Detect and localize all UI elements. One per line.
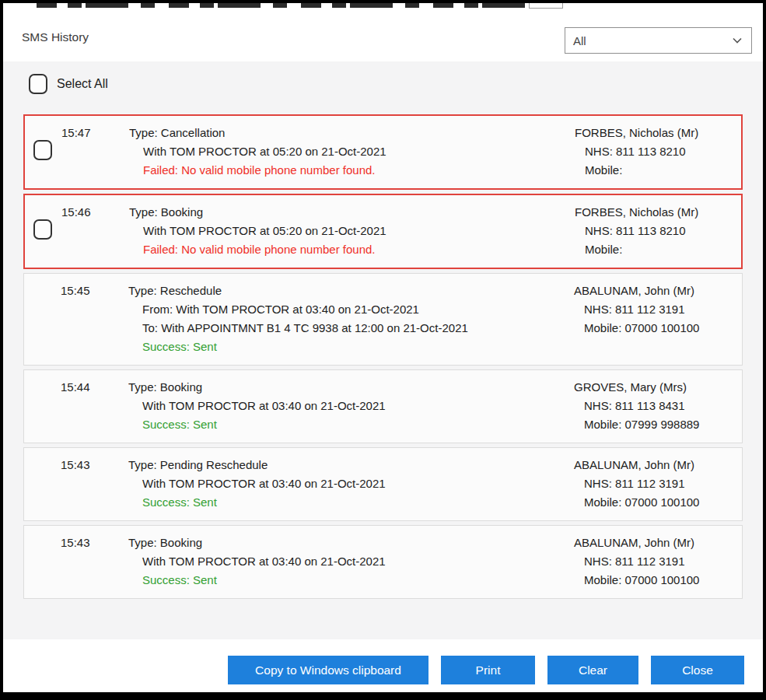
record-time: 15:46 xyxy=(61,203,129,259)
record-status-line: Success: Sent xyxy=(128,338,742,356)
sms-record-row: 15:43 Type: Pending RescheduleWith TOM P… xyxy=(23,447,743,521)
record-patient-details: ABALUNAM, John (Mr) NHS: 811 112 3191 Mo… xyxy=(574,282,699,338)
filter-dropdown[interactable]: All xyxy=(565,27,752,54)
sms-record-row: 15:43 Type: BookingWith TOM PROCTOR at 0… xyxy=(23,525,743,599)
patient-nhs-number: NHS: 811 113 8431 xyxy=(574,397,699,415)
record-time: 15:43 xyxy=(61,534,128,590)
record-patient-details: ABALUNAM, John (Mr) NHS: 811 112 3191 Mo… xyxy=(574,534,699,590)
patient-nhs-number: NHS: 811 112 3191 xyxy=(574,474,699,493)
patient-name: FORBES, Nicholas (Mr) xyxy=(575,203,698,222)
select-all-checkbox[interactable] xyxy=(29,74,47,94)
close-button[interactable]: Close xyxy=(651,656,744,684)
cut-off-box-fragment xyxy=(529,3,563,9)
patient-mobile-number: Mobile: xyxy=(575,240,698,259)
record-checkbox[interactable] xyxy=(33,219,52,240)
record-checkbox-slot xyxy=(33,140,52,160)
chevron-down-icon xyxy=(731,34,743,47)
patient-mobile-number: Mobile: xyxy=(575,161,698,180)
record-checkbox[interactable] xyxy=(33,140,52,160)
record-time: 15:45 xyxy=(61,282,128,356)
page-title: SMS History xyxy=(22,30,89,44)
patient-nhs-number: NHS: 811 112 3191 xyxy=(574,300,699,319)
patient-nhs-number: NHS: 811 113 8210 xyxy=(575,222,698,240)
patient-mobile-number: Mobile: 07000 100100 xyxy=(574,493,699,512)
sms-record-row: 15:45 Type: RescheduleFrom: With TOM PRO… xyxy=(23,273,743,366)
dialog-header: SMS History All xyxy=(3,10,763,61)
sms-record-row: 15:44 Type: BookingWith TOM PROCTOR at 0… xyxy=(23,369,743,443)
dialog-footer: Copy to Windows clipboard Print Clear Cl… xyxy=(3,639,763,692)
patient-name: ABALUNAM, John (Mr) xyxy=(574,534,699,552)
sms-record-row: 15:47 Type: CancellationWith TOM PROCTOR… xyxy=(23,114,743,190)
cut-off-text-fragment xyxy=(37,3,534,8)
record-patient-details: GROVES, Mary (Mrs) NHS: 811 113 8431 Mob… xyxy=(574,378,699,434)
patient-mobile-number: Mobile: 07000 100100 xyxy=(574,319,699,338)
clear-button[interactable]: Clear xyxy=(547,656,638,684)
patient-name: ABALUNAM, John (Mr) xyxy=(574,282,699,300)
copy-to-clipboard-button[interactable]: Copy to Windows clipboard xyxy=(228,656,428,684)
patient-mobile-number: Mobile: 07999 998889 xyxy=(574,415,699,434)
patient-name: FORBES, Nicholas (Mr) xyxy=(575,124,698,142)
sms-record-list: 15:47 Type: CancellationWith TOM PROCTOR… xyxy=(23,114,743,599)
select-all-row: Select All xyxy=(29,74,108,94)
sms-history-dialog: SMS History All Select All 15:47 Type: C… xyxy=(3,3,763,692)
patient-nhs-number: NHS: 811 112 3191 xyxy=(574,552,699,571)
filter-dropdown-value: All xyxy=(573,34,731,47)
record-time: 15:47 xyxy=(61,124,129,180)
patient-name: ABALUNAM, John (Mr) xyxy=(574,456,699,474)
print-button[interactable]: Print xyxy=(441,656,535,684)
record-patient-details: ABALUNAM, John (Mr) NHS: 811 112 3191 Mo… xyxy=(574,456,699,512)
record-patient-details: FORBES, Nicholas (Mr) NHS: 811 113 8210 … xyxy=(575,124,698,180)
patient-name: GROVES, Mary (Mrs) xyxy=(574,378,699,397)
patient-mobile-number: Mobile: 07000 100100 xyxy=(574,571,699,590)
sms-record-row: 15:46 Type: BookingWith TOM PROCTOR at 0… xyxy=(23,194,743,269)
patient-nhs-number: NHS: 811 113 8210 xyxy=(575,142,698,161)
select-all-label: Select All xyxy=(57,77,108,91)
dialog-body: Select All 15:47 Type: CancellationWith … xyxy=(3,61,763,639)
record-time: 15:44 xyxy=(61,378,128,434)
cut-off-content-fragments xyxy=(3,3,763,10)
record-patient-details: FORBES, Nicholas (Mr) NHS: 811 113 8210 … xyxy=(575,203,698,259)
record-checkbox-slot xyxy=(33,219,52,240)
record-time: 15:43 xyxy=(61,456,128,512)
